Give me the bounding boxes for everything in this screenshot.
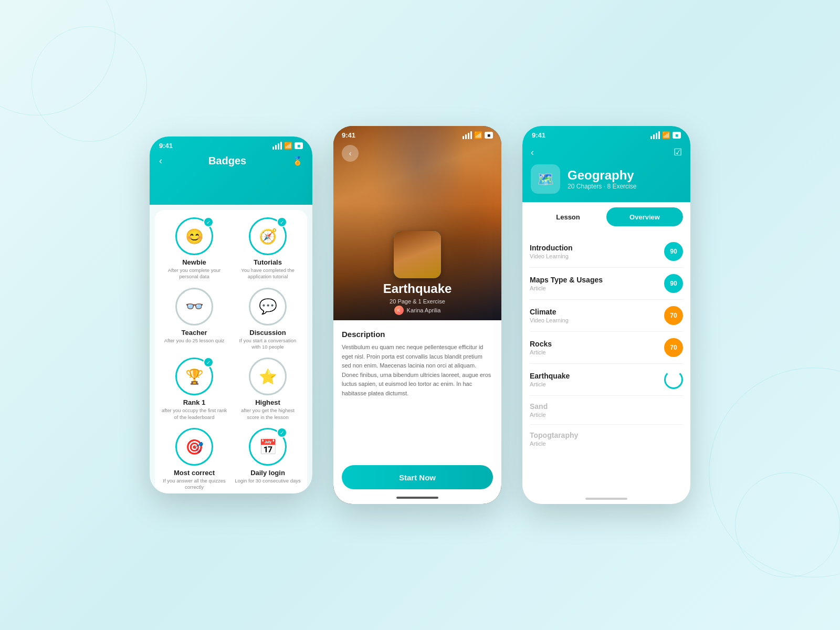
back-button-2[interactable]: ‹ [342, 145, 359, 162]
badges-title: Badges [208, 155, 246, 167]
badge-circle-discussion: 💬 [249, 288, 287, 326]
geography-meta: 20 Chapters · 8 Exercise [568, 183, 636, 190]
daily-login-desc: Login for 30 consecutive days [235, 478, 301, 484]
description-heading: Description [342, 330, 493, 339]
progress-row: 🥈 ⚙️ [161, 491, 301, 494]
badge-tutorials: 🧭 ✓ Tutorials You have completed the app… [235, 217, 301, 280]
lesson-intro-type: Video Learning [530, 253, 573, 259]
lesson-maps[interactable]: Maps Type & Usages Article 90 [530, 268, 683, 300]
highest-name: Highest [255, 398, 280, 406]
lesson-maps-text: Maps Type & Usages Article [530, 276, 603, 291]
score-climate: 70 [664, 306, 683, 325]
lesson-intro-text: Introduction Video Learning [530, 244, 573, 259]
most-correct-emoji: 🎯 [185, 438, 204, 456]
tabs-row: Lesson Overview [530, 207, 683, 226]
time-2: 9:41 [342, 131, 355, 139]
lesson-topo-text: Topogtaraphy Article [530, 431, 578, 447]
lesson-sand-type: Article [530, 412, 548, 418]
badge-grid: 😊 ✓ Newbie After you complete your perso… [161, 217, 301, 491]
lesson-topo-title: Topogtaraphy [530, 431, 578, 439]
lesson-earthquake-title: Earthquake [530, 372, 570, 380]
author-row: K Karina Aprilia [333, 306, 501, 315]
lesson-topo-type: Article [530, 440, 578, 447]
lesson-climate-text: Climate Video Learning [530, 308, 569, 323]
score-maps: 90 [664, 274, 683, 293]
discussion-name: Discussion [249, 329, 286, 337]
lesson-rocks-title: Rocks [530, 340, 552, 348]
status-bar-3: 9:41 📶 ■ [522, 126, 690, 141]
tab-lesson[interactable]: Lesson [530, 207, 606, 226]
geography-header: 9:41 📶 ■ ‹ ☑ 🗺️ [522, 126, 690, 202]
status-bar-1: 9:41 📶 ■ [150, 136, 312, 152]
discussion-desc: If you start a conversation with 10 peop… [235, 338, 301, 351]
badge-circle-newbie: 😊 ✓ [175, 217, 213, 255]
badge-circle-rank1: 🏆 ✓ [175, 358, 213, 395]
rank1-emoji: 🏆 [185, 368, 204, 385]
wifi-icon-3: 📶 [662, 131, 670, 139]
author-name: Karina Aprilia [407, 307, 441, 313]
lesson-climate-type: Video Learning [530, 317, 569, 323]
battery-icon: ■ [295, 142, 303, 149]
lesson-rocks-type: Article [530, 349, 552, 355]
lesson-sand[interactable]: Sand Article [530, 396, 683, 425]
lesson-introduction[interactable]: Introduction Video Learning 90 [530, 236, 683, 268]
teacher-desc: After you do 25 lesson quiz [164, 338, 225, 344]
score-rocks: 70 [664, 338, 683, 357]
badges-body: 😊 ✓ Newbie After you complete your perso… [155, 210, 307, 494]
wifi-icon: 📶 [284, 142, 292, 150]
status-icons-1: 📶 ■ [272, 142, 303, 150]
lesson-sand-text: Sand Article [530, 402, 548, 418]
phones-container: 9:41 📶 ■ ‹ Badges 🏅 [150, 126, 690, 504]
home-indicator-2 [396, 497, 438, 499]
badge-teacher: 👓 Teacher After you do 25 lesson quiz [161, 288, 227, 351]
geography-nav: ‹ ☑ [522, 141, 690, 162]
newbie-emoji: 😊 [185, 228, 204, 245]
tutorials-name: Tutorials [254, 258, 282, 266]
lesson-rocks[interactable]: Rocks Article 70 [530, 332, 683, 364]
teacher-name: Teacher [182, 329, 207, 337]
highest-desc: after you get the highest score in the l… [235, 407, 301, 421]
lesson-earthquake-text: Earthquake Article [530, 372, 570, 387]
geography-name: Geography [568, 168, 636, 183]
tab-overview[interactable]: Overview [606, 207, 683, 226]
earthquake-thumbnail [394, 231, 441, 278]
lesson-earthquake[interactable]: Earthquake Article [530, 364, 683, 396]
rank1-desc: after you occupy the first rank of the l… [161, 407, 227, 421]
check-tutorials: ✓ [277, 217, 287, 227]
start-now-button[interactable]: Start Now [342, 465, 493, 489]
newbie-name: Newbie [182, 258, 206, 266]
badge-newbie: 😊 ✓ Newbie After you complete your perso… [161, 217, 227, 280]
badge-icon: 🏅 [292, 156, 303, 166]
score-earthquake-loading [664, 370, 683, 389]
lesson-climate[interactable]: Climate Video Learning 70 [530, 300, 683, 332]
back-button-3[interactable]: ‹ [531, 147, 534, 158]
lesson-topography[interactable]: Topogtaraphy Article [530, 425, 683, 453]
lesson-list: Introduction Video Learning 90 Maps Type… [522, 232, 690, 504]
badge-most-correct: 🎯 Most correct If you answer all the qui… [161, 428, 227, 491]
phone-badges: 9:41 📶 ■ ‹ Badges 🏅 [150, 136, 312, 494]
back-button-1[interactable]: ‹ [159, 155, 162, 166]
status-icons-2: 📶 ■ [463, 131, 493, 139]
lesson-sand-title: Sand [530, 402, 548, 411]
badge-rank1: 🏆 ✓ Rank 1 after you occupy the first ra… [161, 358, 227, 421]
rank1-name: Rank 1 [183, 398, 206, 406]
wifi-icon-2: 📶 [474, 131, 482, 139]
status-icons-3: 📶 ■ [650, 131, 681, 139]
badge-circle-teacher: 👓 [175, 288, 213, 326]
check-list-icon[interactable]: ☑ [674, 146, 682, 158]
lesson-rocks-text: Rocks Article [530, 340, 552, 355]
badge-circle-highest: ⭐ [249, 358, 287, 395]
newbie-desc: After you complete your personal data [161, 267, 227, 280]
most-correct-desc: If you answer all the quizzes correctly [161, 478, 227, 491]
earthquake-content: Description Vestibulum eu quam nec neque… [333, 320, 501, 504]
badge-circle-daily-login: 📅 ✓ [249, 428, 287, 466]
score-intro: 90 [664, 242, 683, 261]
daily-login-emoji: 📅 [259, 438, 277, 456]
phone-geography: 9:41 📶 ■ ‹ ☑ 🗺️ [522, 126, 690, 504]
geography-icon: 🗺️ [531, 164, 560, 194]
check-newbie: ✓ [203, 217, 214, 227]
badge-discussion: 💬 Discussion If you start a conversation… [235, 288, 301, 351]
lesson-climate-title: Climate [530, 308, 569, 316]
badge-highest: ⭐ Highest after you get the highest scor… [235, 358, 301, 421]
teacher-emoji: 👓 [185, 298, 204, 315]
